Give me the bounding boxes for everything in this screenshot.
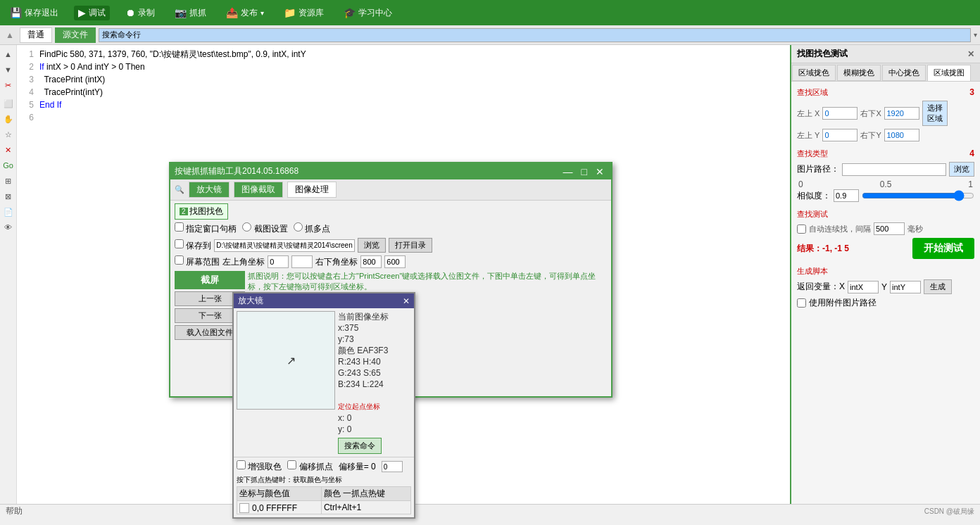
capture-settings-radio[interactable] — [242, 222, 251, 232]
area-y1-input[interactable] — [822, 129, 857, 141]
similarity-value[interactable] — [834, 189, 859, 202]
float-tab-process[interactable]: 图像处理 — [287, 182, 337, 198]
float-restore[interactable]: □ — [579, 166, 590, 177]
rp-tab-center-color[interactable]: 中心拢色 — [882, 65, 926, 81]
browse-btn[interactable]: 浏览 — [949, 162, 974, 177]
offset-point-cb[interactable] — [287, 460, 296, 469]
x-var-input[interactable] — [848, 281, 879, 293]
float-titlebar: 按键抓抓辅助工具2014.05.16868 — □ ✕ — [170, 163, 611, 179]
sidebar-cut[interactable]: ✂ — [1, 79, 15, 91]
code-line-2: 2 If intX > 0 And intY > 0 Then — [20, 61, 787, 73]
sidebar-go[interactable]: Go — [1, 159, 15, 172]
sidebar-hand[interactable]: ✋ — [1, 113, 15, 125]
select-area-btn[interactable]: 选择区域 — [922, 101, 948, 126]
multi-point-radio[interactable] — [294, 222, 303, 232]
float-tab-magnifier[interactable]: 放大镜 — [189, 182, 230, 198]
rp-tab-area-color[interactable]: 区域拢色 — [792, 65, 836, 81]
image-path-input[interactable] — [842, 163, 946, 176]
magnifier-titlebar: 放大镜 ✕ — [234, 293, 414, 308]
sidebar-star[interactable]: ☆ — [1, 128, 15, 141]
watermark: CSDN @破局缘 — [924, 507, 974, 517]
publish-btn[interactable]: 📤 发布 ▾ — [222, 6, 268, 20]
float-open-dir-btn[interactable]: 打开目录 — [389, 238, 432, 253]
area-row1: 左上 X 右下X 选择区域 — [797, 101, 974, 126]
tab-source[interactable]: 源文件 — [55, 27, 96, 43]
learn-btn[interactable]: 🎓 学习中心 — [339, 6, 396, 20]
float-sub-toolbar: 2 找图找色 指定窗口句柄 截图设置 抓多点 保存到 浏览 打开目录 屏幕范围 … — [170, 201, 611, 268]
find-icon-tab[interactable]: 2 找图找色 — [175, 203, 228, 220]
area-y2-input[interactable] — [884, 129, 919, 141]
area-row2: 左上 Y 右下Y — [797, 129, 974, 141]
screen-x1[interactable] — [268, 255, 289, 268]
start-test-btn[interactable]: 开始测试 — [912, 238, 974, 259]
float-toolbar: 🔍 放大镜 图像截取 图像处理 — [170, 179, 611, 201]
color-box — [239, 503, 249, 513]
sidebar-arrow-down[interactable]: ▼ — [1, 63, 15, 76]
resource-icon: 📁 — [284, 7, 296, 18]
mag-search-btn[interactable]: 搜索命令 — [338, 438, 382, 454]
code-line-1: 1 FindPic 580, 371, 1379, 760, "D:\按键精灵\… — [20, 48, 787, 61]
right-panel-close[interactable]: ✕ — [967, 49, 974, 59]
offset-input[interactable] — [382, 461, 403, 472]
screen-range-row: 屏幕范围 左上角坐标 右下角坐标 — [175, 255, 607, 268]
screen-x2[interactable] — [360, 255, 382, 268]
capture-tip: 抓图说明：您可以按键盘右上方"PrintScreen"键或选择载入位图文件，下图… — [248, 271, 607, 292]
sidebar-arrow-up[interactable]: ▲ — [1, 48, 15, 61]
code-line-6: 6 — [20, 111, 787, 124]
float-browse-btn[interactable]: 浏览 — [358, 238, 386, 253]
screenshot-btn[interactable]: 截屏 — [175, 271, 245, 289]
resource-btn[interactable]: 📁 资源库 — [279, 6, 328, 20]
hotkey-title: 按下抓点热键时：获取颜色与坐标 — [237, 475, 411, 485]
sidebar-eye[interactable]: 👁 — [1, 221, 15, 234]
debug-btn[interactable]: ▶ 调试 — [74, 6, 110, 20]
screen-y1[interactable] — [291, 255, 313, 268]
learn-icon: 🎓 — [344, 7, 356, 18]
record-btn[interactable]: ⏺ 录制 — [121, 6, 159, 20]
magnifier-content: ↗ 当前图像坐标 x:375 y:73 颜色 EAF3F3 R:243 H:40… — [234, 308, 414, 457]
magnifier-info-panel: 当前图像坐标 x:375 y:73 颜色 EAF3F3 R:243 H:40 G… — [338, 311, 389, 454]
search-input[interactable] — [99, 28, 971, 42]
sidebar-doc[interactable]: 📄 — [1, 205, 15, 218]
similarity-row: 0 0.5 1 相似度： — [797, 179, 974, 202]
path-row: 图片路径： 浏览 — [797, 162, 974, 177]
use-path-checkbox[interactable] — [797, 298, 806, 308]
area-x1-input[interactable] — [822, 107, 857, 120]
similarity-slider[interactable] — [862, 191, 974, 201]
float-close[interactable]: ✕ — [593, 166, 607, 177]
window-handle-cb[interactable] — [175, 222, 184, 232]
interval-input[interactable] — [874, 222, 905, 235]
second-toolbar: ▲ 普通 源文件 ▾ — [0, 25, 980, 45]
sidebar-grid2[interactable]: ⊠ — [1, 190, 15, 203]
area-x2-input[interactable] — [884, 107, 919, 120]
save-cb[interactable] — [175, 239, 184, 248]
rp-tab-area-image[interactable]: 区域拢图 — [927, 65, 971, 81]
publish-icon: 📤 — [226, 7, 238, 18]
sidebar-x[interactable]: ✕ — [1, 144, 15, 156]
save-path-input[interactable] — [214, 239, 355, 252]
magnifier-close[interactable]: ✕ — [403, 296, 410, 306]
arrow-up[interactable]: ▲ — [3, 30, 17, 40]
rp-tab-fuzzy-color[interactable]: 模糊拢色 — [837, 65, 881, 81]
y-var-input[interactable] — [890, 281, 921, 293]
tab-normal[interactable]: 普通 — [20, 27, 52, 43]
enhance-color-cb[interactable] — [237, 460, 246, 469]
auto-test-checkbox[interactable] — [797, 224, 806, 234]
sidebar-grid[interactable]: ⊞ — [1, 175, 15, 187]
float-tab-capture[interactable]: 图像截取 — [234, 182, 283, 198]
cursor-in-magnifier: ↗ — [287, 354, 296, 367]
search-icon: 🔍 — [175, 185, 184, 194]
screen-y2[interactable] — [384, 255, 406, 268]
capture-btn[interactable]: 📷 抓抓 — [170, 6, 211, 20]
save-icon: 💾 — [10, 7, 22, 18]
dropdown-arrow[interactable]: ▾ — [974, 31, 977, 39]
left-sidebar: ▲ ▼ ✂ ⬜ ✋ ☆ ✕ Go ⊞ ⊠ 📄 👁 — [0, 45, 17, 504]
save-exit-btn[interactable]: 💾 保存退出 — [6, 6, 63, 20]
sidebar-copy: ⬜ — [1, 97, 15, 110]
screen-range-cb[interactable] — [175, 255, 184, 265]
gen-script-section: 生成脚本 返回变量：X Y 生成 使用附件图片路径 — [797, 266, 974, 309]
gen-btn[interactable]: 生成 — [924, 279, 952, 294]
float-minimize[interactable]: — — [560, 166, 576, 177]
find-test-section: 查找测试 自动连续找，间隔 毫秒 结果：-1, -1 5 开始测试 — [797, 209, 974, 259]
code-line-4: 4 TracePrint(intY) — [20, 86, 787, 99]
magnifier-bottom: 增强取色 偏移抓点 偏移量= 0 按下抓点热键时：获取颜色与坐标 坐标与颜色值 … — [234, 457, 414, 517]
